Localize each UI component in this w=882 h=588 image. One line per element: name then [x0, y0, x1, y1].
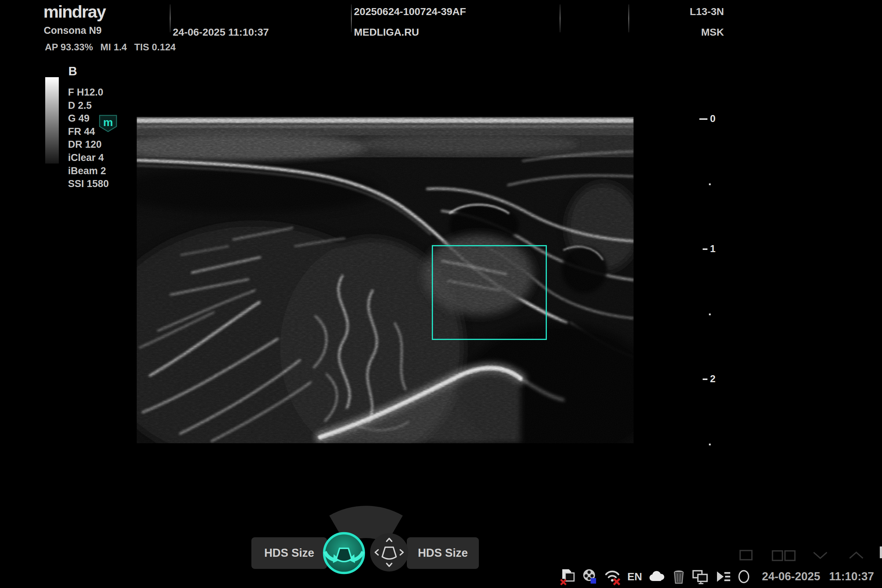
header-divider — [560, 4, 560, 32]
taskbar: EN 24-06-2025 11:10:37 — [560, 567, 874, 586]
exam-preset: MSK — [651, 27, 724, 38]
m-badge-icon: m — [98, 114, 118, 133]
taskbar-time: 11:10:37 — [829, 570, 874, 583]
status-circle-icon[interactable] — [737, 568, 750, 585]
collapse-chevron-button[interactable] — [814, 552, 827, 558]
wifi-disconnected-icon[interactable] — [604, 568, 621, 585]
header-divider — [628, 4, 629, 32]
param-depth: D 2.5 — [68, 99, 109, 112]
scale-label-1: 1 — [703, 243, 716, 255]
param-dynamic-range: DR 120 — [68, 138, 109, 152]
hds-size-right-button[interactable]: HDS Size — [407, 537, 479, 569]
roi-box[interactable] — [432, 245, 547, 340]
ultrasound-image[interactable] — [137, 117, 634, 443]
recycle-bin-icon[interactable] — [672, 568, 686, 585]
rotate-knob-icon[interactable] — [321, 530, 367, 576]
window-controls — [736, 546, 867, 566]
acoustic-output-line: AP 93.33% MI 1.4 TIS 0.124 — [45, 42, 176, 53]
taskbar-clock: 24-06-2025 11:10:37 — [762, 570, 874, 583]
scale-dot — [709, 314, 711, 315]
imaging-params: F H12.0 D 2.5 G 49 FR 44 DR 120 iClear 4… — [68, 86, 109, 191]
grayscale-bar — [45, 77, 59, 164]
header-divider — [351, 4, 352, 32]
scale-tick — [699, 118, 707, 120]
scale-dot — [709, 183, 711, 185]
header-datetime: 24-06-2025 11:10:37 — [173, 27, 269, 38]
media-player-icon[interactable] — [582, 568, 598, 585]
dual-layout-button-2[interactable] — [785, 551, 795, 560]
dual-display-icon[interactable] — [692, 568, 708, 585]
m-badge-glyph: m — [103, 116, 113, 128]
scale-tick — [703, 378, 707, 380]
mode-indicator: B — [68, 64, 77, 78]
scale-dot — [709, 444, 711, 446]
thermal-index-value: TIS 0.124 — [134, 42, 176, 53]
facility-name: MEDLIGA.RU — [354, 27, 419, 38]
brand-logo: mindray — [44, 2, 105, 22]
move-knob-icon[interactable] — [368, 531, 410, 573]
scale-label-0: 0 — [699, 113, 716, 124]
param-frequency: F H12.0 — [68, 86, 109, 99]
scale-label-2: 2 — [703, 374, 716, 385]
exam-id: 20250624-100724-39AF — [354, 6, 466, 18]
model-name: Consona N9 — [44, 25, 102, 36]
header-divider — [170, 4, 171, 32]
cloud-icon[interactable] — [648, 568, 666, 585]
single-layout-button[interactable] — [740, 550, 752, 560]
language-indicator[interactable]: EN — [627, 571, 642, 583]
acoustic-power-value: AP 93.33% — [45, 42, 93, 53]
param-ibeam: iBeam 2 — [68, 165, 109, 178]
param-iclear: iClear 4 — [68, 152, 109, 165]
ultrasound-system-screen: mindray Consona N9 24-06-2025 11:10:37 2… — [0, 0, 882, 588]
printer-error-icon[interactable] — [560, 568, 576, 585]
task-queue-icon[interactable] — [715, 568, 731, 585]
hds-size-left-button[interactable]: HDS Size — [251, 537, 327, 569]
param-ssi: SSI 1580 — [68, 177, 109, 191]
expand-chevron-button[interactable] — [850, 552, 863, 558]
probe-name: L13-3N — [651, 6, 724, 18]
scale-tick — [703, 248, 707, 250]
taskbar-date: 24-06-2025 — [762, 570, 820, 583]
screen-edge-marker — [880, 546, 882, 558]
dual-layout-button[interactable] — [772, 551, 782, 560]
mechanical-index-value: MI 1.4 — [100, 42, 127, 53]
